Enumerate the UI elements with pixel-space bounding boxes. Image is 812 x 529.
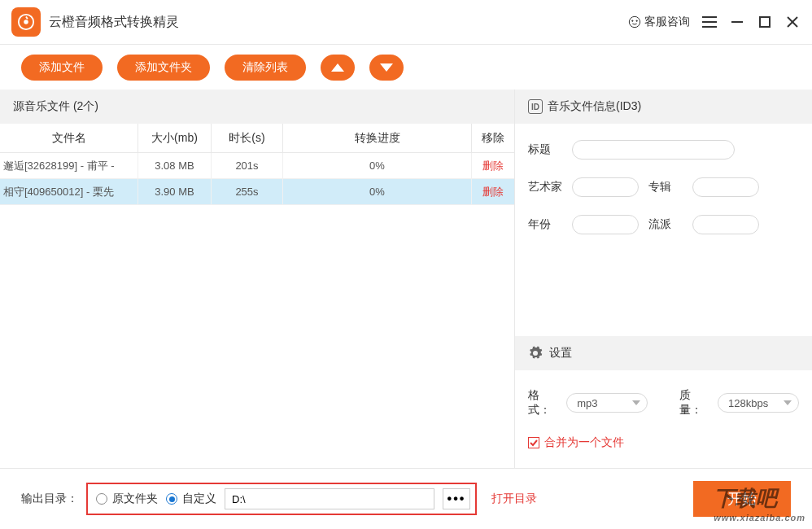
support-button[interactable]: 客服咨询 — [628, 15, 690, 29]
delete-link[interactable]: 删除 — [482, 159, 504, 173]
checkbox-icon — [528, 437, 539, 448]
album-input[interactable] — [692, 177, 759, 197]
support-label: 客服咨询 — [644, 15, 690, 29]
cell-duration: 201s — [212, 153, 283, 178]
settings-header: 设置 — [515, 336, 812, 370]
format-select[interactable]: mp3 — [566, 393, 648, 413]
col-name: 文件名 — [0, 124, 138, 152]
album-label: 专辑 — [648, 180, 683, 195]
source-header: 源音乐文件 (2个) — [0, 90, 514, 124]
side-panel: ID 音乐文件信息(ID3) 标题 艺术家 专辑 年份 流派 — [514, 90, 812, 468]
artist-label: 艺术家 — [528, 180, 562, 195]
app-logo — [11, 7, 41, 37]
svg-point-1 — [24, 20, 28, 24]
path-input[interactable] — [225, 488, 434, 509]
radio-original[interactable]: 原文件夹 — [96, 492, 158, 506]
start-button[interactable]: 开始 — [693, 481, 791, 517]
quality-label: 质量： — [679, 388, 711, 418]
merge-checkbox[interactable]: 合并为一个文件 — [528, 435, 799, 450]
delete-link[interactable]: 删除 — [482, 185, 504, 199]
add-file-button[interactable]: 添加文件 — [21, 55, 103, 81]
col-size: 大小(mb) — [138, 124, 212, 152]
maximize-button[interactable] — [757, 14, 773, 30]
col-remove: 移除 — [472, 124, 514, 152]
move-up-button[interactable] — [321, 55, 355, 81]
year-input[interactable] — [572, 215, 639, 234]
title-label: 标题 — [528, 142, 562, 157]
app-title: 云橙音频格式转换精灵 — [49, 14, 628, 31]
format-label: 格式： — [528, 388, 560, 418]
close-button[interactable] — [784, 14, 801, 30]
genre-input[interactable] — [692, 215, 759, 234]
gear-icon — [528, 346, 543, 361]
svg-point-4 — [636, 20, 637, 21]
toolbar: 添加文件 添加文件夹 清除列表 — [0, 45, 812, 90]
menu-icon[interactable] — [701, 14, 718, 30]
cell-name: 相守[409650012] - 栗先 — [0, 179, 138, 204]
svg-point-2 — [629, 16, 640, 27]
svg-rect-9 — [760, 17, 770, 27]
table-header: 文件名 大小(mb) 时长(s) 转换进度 移除 — [0, 124, 514, 153]
minimize-button[interactable] — [729, 14, 745, 30]
cell-progress: 0% — [283, 153, 472, 178]
cell-size: 3.08 MB — [138, 153, 212, 178]
genre-label: 流派 — [648, 217, 683, 232]
id3-header: ID 音乐文件信息(ID3) — [515, 90, 812, 124]
title-input[interactable] — [572, 140, 735, 160]
cell-size: 3.90 MB — [138, 179, 212, 204]
id3-icon: ID — [528, 99, 543, 114]
clear-list-button[interactable]: 清除列表 — [225, 55, 306, 81]
move-down-button[interactable] — [369, 55, 404, 81]
col-duration: 时长(s) — [212, 124, 283, 152]
radio-icon — [166, 493, 177, 505]
open-dir-link[interactable]: 打开目录 — [491, 492, 537, 506]
file-list-panel: 源音乐文件 (2个) 文件名 大小(mb) 时长(s) 转换进度 移除 邂逅[3… — [0, 90, 514, 468]
artist-input[interactable] — [572, 177, 639, 197]
cell-duration: 255s — [212, 179, 283, 204]
titlebar: 云橙音频格式转换精灵 客服咨询 — [0, 0, 812, 45]
browse-button[interactable]: ••• — [443, 488, 470, 509]
cell-progress: 0% — [283, 179, 472, 204]
table-row[interactable]: 邂逅[32628199] - 甫平 - 3.08 MB 201s 0% 删除 — [0, 153, 514, 179]
year-label: 年份 — [528, 217, 562, 232]
output-box: 原文件夹 自定义 ••• — [86, 483, 477, 515]
svg-point-3 — [632, 20, 633, 21]
radio-icon — [96, 493, 107, 505]
cell-name: 邂逅[32628199] - 甫平 - — [0, 153, 138, 178]
add-folder-button[interactable]: 添加文件夹 — [117, 55, 210, 81]
col-progress: 转换进度 — [283, 124, 472, 152]
footer: 输出目录： 原文件夹 自定义 ••• 打开目录 开始 — [0, 468, 812, 529]
table-row[interactable]: 相守[409650012] - 栗先 3.90 MB 255s 0% 删除 — [0, 179, 514, 205]
quality-select[interactable]: 128kbps — [718, 393, 799, 413]
output-label: 输出目录： — [21, 492, 78, 506]
radio-custom[interactable]: 自定义 — [166, 492, 216, 506]
